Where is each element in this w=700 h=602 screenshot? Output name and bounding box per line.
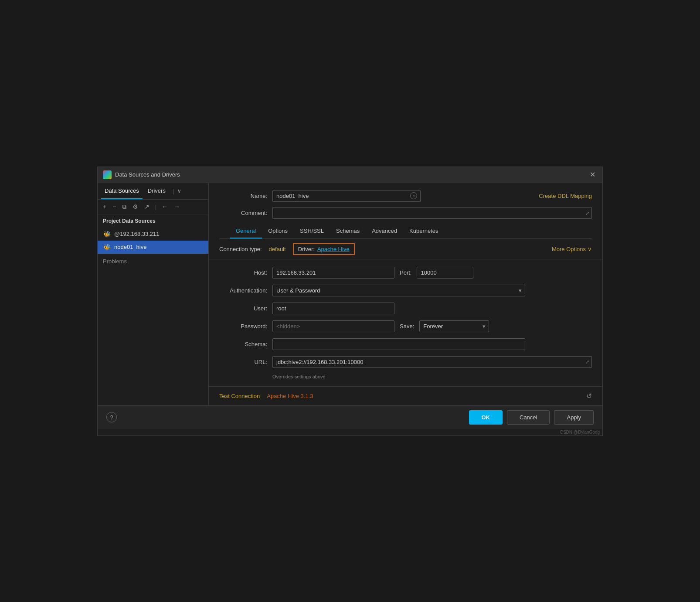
sidebar-item-label-192: @192.168.33.211: [114, 231, 160, 237]
url-input[interactable]: [272, 356, 592, 368]
driver-label: Driver:: [298, 246, 315, 252]
url-expand-icon[interactable]: ⤢: [585, 359, 589, 365]
main-content: Data Sources Drivers | ∨ + − ⧉ ⚙ ↗ | ← →…: [98, 183, 602, 405]
auth-label: Authentication:: [219, 287, 267, 294]
name-row: Name: ○ Create DDL Mapping: [219, 190, 592, 202]
url-row: URL: ⤢: [219, 356, 592, 368]
url-input-wrap: ⤢: [272, 356, 592, 368]
problems-label: Problems: [103, 258, 127, 265]
tabs-bar: General Options SSH/SSL Schemas Advanced…: [219, 224, 592, 239]
overrides-note: Overrides settings above: [272, 374, 592, 379]
save-label: Save:: [400, 323, 414, 330]
tab-drivers[interactable]: Drivers: [144, 183, 169, 199]
chevron-down-icon[interactable]: ∨: [177, 188, 181, 194]
url-label: URL:: [219, 359, 267, 365]
copy-button[interactable]: ⧉: [120, 202, 128, 211]
driver-link[interactable]: Apache Hive: [317, 246, 350, 252]
password-row: Password: Save: Forever Until restart Ne…: [219, 320, 592, 332]
sidebar-toolbar: + − ⧉ ⚙ ↗ | ← →: [98, 200, 208, 214]
bottom-bar: Test Connection Apache Hive 3.1.3 ↺: [209, 386, 602, 405]
host-input[interactable]: [272, 267, 394, 279]
remove-button[interactable]: −: [111, 202, 118, 211]
save-select-wrap: Forever Until restart Never: [419, 320, 489, 332]
problems-section: Problems: [98, 254, 208, 269]
test-connection-button[interactable]: Test Connection: [219, 393, 260, 399]
db-icon-hive: 🐝: [103, 243, 111, 251]
schema-row: Schema:: [219, 338, 592, 350]
connection-type-row: Connection type: default Driver: Apache …: [209, 239, 602, 260]
expand-icon[interactable]: ⤢: [585, 211, 589, 216]
name-input-wrap: ○: [272, 190, 421, 202]
tab-sshssl[interactable]: SSH/SSL: [294, 224, 330, 238]
form-body: Host: Port: Authentication: User & Passw…: [209, 260, 602, 386]
name-label: Name:: [219, 193, 267, 199]
auth-row: Authentication: User & Password No auth …: [219, 285, 592, 296]
close-button[interactable]: ✕: [588, 170, 597, 179]
sidebar: Data Sources Drivers | ∨ + − ⧉ ⚙ ↗ | ← →…: [98, 183, 209, 405]
comment-input-wrap: ⤢: [272, 207, 592, 219]
chevron-down-icon: ∨: [588, 246, 592, 252]
sidebar-item-hive[interactable]: 🐝 node01_hive: [98, 241, 208, 254]
tab-data-sources[interactable]: Data Sources: [101, 183, 143, 199]
watermark: CSDN @DylanGong: [98, 429, 602, 435]
comment-input[interactable]: [272, 207, 592, 219]
password-input[interactable]: [272, 320, 394, 332]
db-icon-192: 🐝: [103, 230, 111, 238]
port-input[interactable]: [417, 267, 473, 279]
apply-button[interactable]: Apply: [554, 410, 594, 425]
ok-button[interactable]: OK: [469, 410, 503, 425]
tab-kubernetes[interactable]: Kubernetes: [403, 224, 445, 238]
form-top: Name: ○ Create DDL Mapping Comment: ⤢: [209, 183, 602, 239]
comment-row: Comment: ⤢: [219, 207, 592, 219]
save-select[interactable]: Forever Until restart Never: [419, 320, 489, 332]
dialog-footer: ? OK Cancel Apply: [98, 405, 602, 429]
tab-options[interactable]: Options: [262, 224, 294, 238]
comment-label: Comment:: [219, 210, 267, 216]
conn-type-label: Connection type:: [219, 246, 262, 252]
driver-version-label: Apache Hive 3.1.3: [267, 393, 313, 399]
user-input[interactable]: [272, 303, 394, 314]
user-row: User:: [219, 303, 592, 314]
add-button[interactable]: +: [101, 202, 108, 211]
nav-fwd-button[interactable]: →: [172, 202, 182, 211]
port-label: Port:: [400, 269, 411, 276]
sidebar-item-label-hive: node01_hive: [114, 244, 146, 250]
right-panel: Name: ○ Create DDL Mapping Comment: ⤢: [209, 183, 602, 405]
sidebar-item-192[interactable]: 🐝 @192.168.33.211: [98, 228, 208, 241]
password-label: Password:: [219, 323, 267, 330]
auth-select[interactable]: User & Password No auth Username Kerbero…: [272, 285, 525, 296]
dialog-window: Data Sources and Drivers ✕ Data Sources …: [97, 167, 603, 436]
auth-select-wrap: User & Password No auth Username Kerbero…: [272, 285, 525, 296]
user-label: User:: [219, 305, 267, 312]
tab-general[interactable]: General: [230, 224, 262, 238]
create-ddl-link[interactable]: Create DDL Mapping: [539, 193, 592, 199]
tab-separator: |: [171, 188, 176, 194]
export-button[interactable]: ↗: [143, 202, 151, 211]
toolbar-separator: |: [155, 204, 156, 210]
driver-box: Driver: Apache Hive: [293, 243, 355, 255]
schema-input[interactable]: [272, 338, 525, 350]
app-icon: [103, 170, 112, 179]
dialog-title: Data Sources and Drivers: [115, 171, 584, 178]
name-clear-icon[interactable]: ○: [410, 192, 417, 199]
schema-label: Schema:: [219, 341, 267, 347]
tab-schemas[interactable]: Schemas: [330, 224, 366, 238]
undo-icon[interactable]: ↺: [586, 392, 592, 400]
sidebar-tabs: Data Sources Drivers | ∨: [98, 183, 208, 200]
conn-type-value: default: [269, 246, 286, 252]
cancel-button[interactable]: Cancel: [507, 410, 550, 425]
title-bar: Data Sources and Drivers ✕: [98, 167, 602, 183]
host-label: Host:: [219, 269, 267, 276]
more-options-button[interactable]: More Options ∨: [552, 246, 592, 252]
name-input[interactable]: [272, 190, 421, 202]
host-port-row: Host: Port:: [219, 267, 592, 279]
nav-back-button[interactable]: ←: [160, 202, 170, 211]
settings-button[interactable]: ⚙: [131, 202, 140, 211]
help-button[interactable]: ?: [106, 412, 117, 422]
project-data-sources-title: Project Data Sources: [98, 214, 208, 228]
tab-advanced[interactable]: Advanced: [366, 224, 403, 238]
